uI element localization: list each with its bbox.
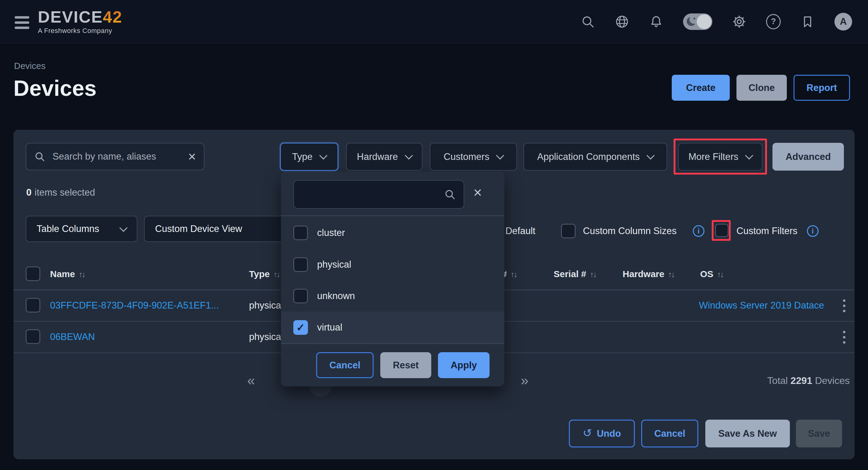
type-option-cluster[interactable]: cluster	[281, 217, 504, 249]
option-checkbox-checked[interactable]	[293, 320, 308, 335]
option-checkbox[interactable]	[293, 257, 308, 272]
device-type-cell: physical	[249, 300, 283, 311]
sort-icon: ↑↓	[668, 270, 674, 279]
settings-gear-icon[interactable]	[732, 14, 747, 29]
page-action-buttons: Create Clone Report	[672, 75, 850, 101]
top-bar: DEVICE42 A Freshworks Company ?	[0, 0, 868, 43]
logo: DEVICE42 A Freshworks Company	[38, 8, 122, 35]
column-header-os[interactable]: OS↑↓	[700, 269, 723, 279]
device-name-link[interactable]: 03FFCDFE-873D-4F09-902E-A51EF1...	[50, 300, 219, 311]
divider	[281, 216, 504, 216]
chevron-down-icon	[405, 151, 413, 160]
bookmark-icon[interactable]	[800, 14, 815, 29]
filter-application-components-dropdown[interactable]: Application Components	[523, 143, 667, 170]
custom-filters-label: Custom Filters	[737, 225, 798, 237]
row-actions-kebab-icon[interactable]	[841, 297, 847, 314]
select-all-checkbox[interactable]	[26, 267, 40, 281]
column-header-name[interactable]: Name↑↓	[50, 269, 85, 279]
custom-device-view-label: Custom Device View	[155, 223, 242, 234]
filter-hardware-label: Hardware	[357, 151, 398, 162]
chevron-down-icon	[319, 151, 328, 160]
close-dropdown-icon[interactable]: ×	[473, 185, 482, 200]
device-os-cell: Windows Server 2019 Datacenter	[699, 300, 825, 311]
column-header-serial[interactable]: Serial #↑↓	[554, 269, 596, 279]
sparkle-icon	[693, 18, 695, 20]
notifications-bell-icon[interactable]	[649, 14, 663, 29]
device-name-link[interactable]: 06BEWAN	[50, 332, 95, 342]
undo-label: Undo	[597, 428, 621, 439]
option-label: unknown	[317, 290, 355, 302]
toggle-knob	[697, 14, 711, 29]
logo-brand: DEVICE	[38, 8, 103, 26]
dropdown-cancel-button[interactable]: Cancel	[316, 352, 374, 378]
option-checkbox[interactable]	[293, 289, 308, 303]
custom-column-sizes-info-icon[interactable]	[693, 225, 705, 237]
type-option-virtual[interactable]: virtual	[281, 312, 504, 343]
selected-label: items selected	[34, 187, 95, 198]
brand-block: DEVICE42 A Freshworks Company	[14, 8, 122, 35]
globe-icon[interactable]	[615, 14, 629, 29]
filter-type-label: Type	[292, 151, 313, 162]
filter-hardware-dropdown[interactable]: Hardware	[346, 143, 423, 170]
cancel-button[interactable]: Cancel	[641, 420, 698, 447]
option-checkbox[interactable]	[293, 225, 308, 240]
device-search-input[interactable]	[52, 151, 181, 162]
search-icon	[444, 189, 456, 200]
pagination-prev-icon[interactable]: «	[247, 373, 255, 387]
undo-icon	[583, 427, 592, 439]
pagination-next-icon[interactable]: »	[521, 373, 529, 387]
column-header-type[interactable]: Type↑↓	[249, 269, 280, 279]
filter-type-dropdown[interactable]: Type	[280, 143, 338, 170]
report-button[interactable]: Report	[794, 75, 850, 101]
advanced-button[interactable]: Advanced	[772, 143, 844, 170]
type-option-unknown[interactable]: unknown	[281, 280, 504, 312]
option-label: physical	[317, 259, 351, 270]
clear-search-icon[interactable]: ×	[188, 150, 196, 163]
dropdown-reset-button[interactable]: Reset	[380, 352, 431, 378]
hamburger-menu-icon[interactable]	[14, 16, 29, 29]
selected-count: 0	[26, 187, 31, 198]
option-label: virtual	[317, 322, 342, 333]
save-as-new-button[interactable]: Save As New	[705, 420, 790, 447]
option-label: cluster	[317, 227, 345, 238]
custom-filters-info-icon[interactable]	[807, 225, 818, 237]
total-label: Total	[767, 375, 788, 386]
filter-customers-dropdown[interactable]: Customers	[430, 143, 517, 170]
more-filters-dropdown[interactable]: More Filters	[678, 143, 763, 170]
sort-icon: ↑↓	[717, 270, 723, 279]
row-actions-kebab-icon[interactable]	[841, 329, 847, 345]
chevron-down-icon	[745, 151, 753, 160]
filter-application-components-label: Application Components	[537, 151, 640, 162]
filter-customers-label: Customers	[444, 151, 490, 162]
logo-tagline: A Freshworks Company	[38, 27, 122, 35]
custom-column-sizes-checkbox[interactable]	[561, 224, 576, 238]
user-avatar[interactable]: A	[834, 13, 852, 31]
clone-button[interactable]: Clone	[737, 75, 787, 101]
type-option-physical[interactable]: physical	[281, 249, 504, 280]
sort-icon: ↑↓	[590, 270, 596, 279]
more-filters-label: More Filters	[688, 151, 739, 162]
avatar-initial: A	[840, 16, 847, 27]
search-icon[interactable]	[581, 14, 595, 29]
dark-mode-toggle[interactable]	[683, 13, 712, 30]
help-icon[interactable]: ?	[766, 14, 781, 29]
top-icon-row: ? A	[581, 13, 852, 31]
dropdown-apply-button[interactable]: Apply	[438, 352, 490, 378]
logo-brand-accent: 42	[103, 8, 122, 26]
table-columns-label: Table Columns	[37, 223, 99, 234]
column-header-hardware[interactable]: Hardware↑↓	[623, 269, 674, 279]
page-title: Devices	[13, 76, 96, 101]
breadcrumb[interactable]: Devices	[14, 61, 45, 71]
custom-filters-checkbox[interactable]	[715, 224, 728, 237]
save-button[interactable]: Save	[796, 420, 842, 447]
divider	[281, 343, 504, 344]
row-checkbox[interactable]	[26, 298, 40, 313]
create-button[interactable]: Create	[672, 75, 730, 101]
undo-button[interactable]: Undo	[569, 420, 635, 447]
type-filter-search-input[interactable]	[302, 189, 439, 200]
row-checkbox[interactable]	[26, 329, 40, 344]
chevron-down-icon	[496, 151, 504, 160]
table-columns-dropdown[interactable]: Table Columns	[26, 216, 137, 242]
type-filter-search-box	[293, 180, 464, 209]
device-os-link[interactable]: Windows Server 2019 Datacenter	[699, 300, 825, 311]
